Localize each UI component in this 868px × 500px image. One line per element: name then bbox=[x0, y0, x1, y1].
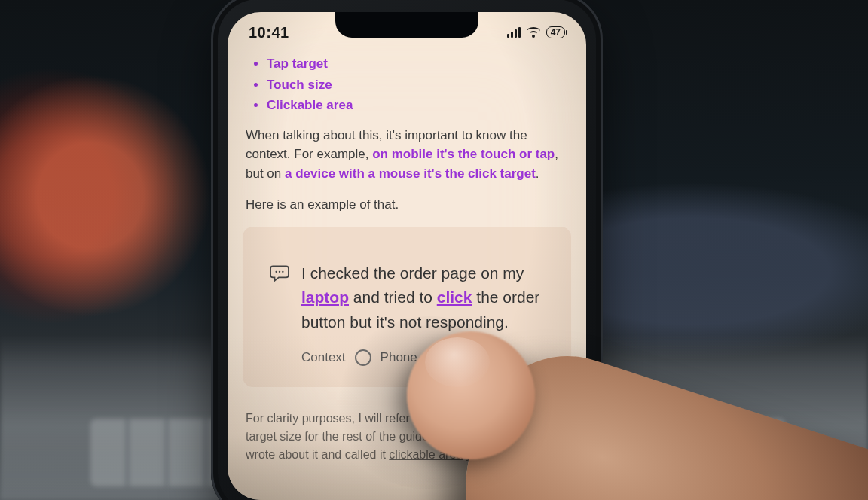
battery-indicator: 47 bbox=[546, 26, 565, 38]
link-laptop[interactable]: laptop bbox=[301, 288, 349, 306]
paragraph-footer: For clarity purposes, I will refer to th… bbox=[246, 410, 568, 464]
phone-screen[interactable]: 10:41 47 Tap target Touch size Clickable bbox=[228, 12, 586, 500]
link-click[interactable]: click bbox=[437, 288, 472, 306]
link-clickable-area-inline[interactable]: clickable area bbox=[389, 448, 463, 461]
svg-point-0 bbox=[275, 270, 277, 272]
link-clickable-area[interactable]: Clickable area bbox=[267, 98, 353, 112]
link-touch-size[interactable]: Touch size bbox=[267, 78, 332, 92]
context-label: Context bbox=[301, 348, 346, 367]
paragraph-example-intro: Here is an example of that. bbox=[246, 195, 568, 215]
link-mobile-touch[interactable]: on mobile it's the touch or tap bbox=[372, 147, 555, 161]
article-content[interactable]: Tap target Touch size Clickable area Whe… bbox=[228, 54, 586, 494]
terms-list: Tap target Touch size Clickable area bbox=[246, 54, 568, 115]
photo-scene: 10:41 47 Tap target Touch size Clickable bbox=[0, 0, 868, 500]
link-tap-target[interactable]: Tap target bbox=[267, 56, 328, 71]
context-switcher[interactable]: Context Phone bbox=[301, 348, 544, 367]
paragraph-context: When talking about this, it's important … bbox=[246, 126, 568, 184]
status-time: 10:41 bbox=[249, 24, 289, 41]
phone-notch bbox=[335, 12, 478, 38]
callout-text: I checked the order page on my laptop an… bbox=[301, 261, 544, 335]
wifi-icon bbox=[527, 27, 540, 38]
cellular-icon bbox=[507, 27, 521, 38]
context-option-phone[interactable]: Phone bbox=[381, 348, 417, 367]
radio-unchecked-icon[interactable] bbox=[355, 349, 371, 366]
battery-level: 47 bbox=[551, 28, 561, 37]
speech-bubble-icon bbox=[270, 264, 289, 281]
svg-point-1 bbox=[279, 270, 280, 272]
example-callout: I checked the order page on my laptop an… bbox=[243, 227, 571, 388]
link-mouse-click[interactable]: a device with a mouse it's the click tar… bbox=[285, 166, 536, 181]
iphone-device: 10:41 47 Tap target Touch size Clickable bbox=[211, 0, 603, 500]
svg-point-2 bbox=[282, 270, 283, 272]
